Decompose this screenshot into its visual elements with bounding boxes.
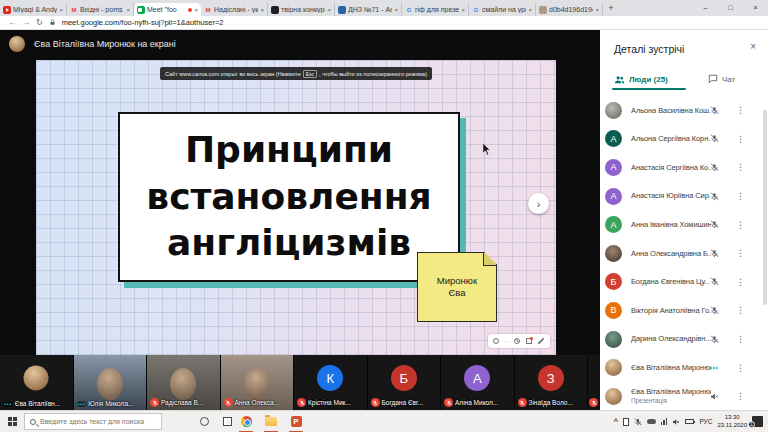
tab-close-icon[interactable]: ×	[394, 7, 398, 13]
video-tile-radislava[interactable]: Радіслава В...	[147, 355, 221, 410]
tab-gmail-inbox[interactable]: M Вхідні - poms ×	[67, 3, 134, 16]
mic-muted-icon[interactable]	[707, 220, 721, 229]
tab-youtube[interactable]: Miyagi & Andy ×	[0, 3, 67, 16]
search-input[interactable]	[40, 418, 156, 425]
video-tile-bogdana[interactable]: Б Богдана Євг...	[368, 355, 442, 410]
more-options-icon[interactable]: ⋮	[736, 277, 745, 287]
tab-chat[interactable]: Чат	[708, 74, 735, 84]
task-view-icon[interactable]	[223, 417, 232, 426]
mic-muted-icon[interactable]	[707, 335, 721, 344]
tab-close-icon[interactable]: ×	[59, 7, 63, 13]
canva-toolbar: ⋯	[488, 334, 550, 348]
tab-title: Miyagi & Andy	[13, 6, 57, 13]
mic-tray-icon[interactable]	[634, 418, 642, 426]
volume-tray-icon[interactable]	[672, 418, 680, 426]
laser-icon[interactable]	[514, 338, 520, 344]
cloud-tray-icon[interactable]	[647, 419, 656, 424]
participant-name: Анастасія Сергіївна Ко...	[631, 163, 711, 172]
taskbar-powerpoint[interactable]: P	[285, 411, 307, 432]
next-slide-button[interactable]: ›	[528, 193, 549, 214]
action-center-icon[interactable]: 1	[752, 416, 763, 427]
tab-meet-active[interactable]: Meet "foo ×	[134, 3, 201, 16]
fullscreen-icon[interactable]	[526, 338, 532, 344]
tab-close-icon[interactable]: ×	[595, 7, 599, 13]
presenter-name: Єва Віталіївна Миронюк на екрані	[34, 39, 176, 49]
pages-icon[interactable]: ⋯	[504, 338, 509, 344]
notification-count-badge: 1	[748, 421, 755, 428]
more-options-icon[interactable]: ⋮	[736, 391, 745, 401]
video-tile-kristina[interactable]: К Крістіна Мик...	[294, 355, 368, 410]
tab-google-search-1[interactable]: G гіф для презе ×	[402, 3, 469, 16]
video-tile-eva[interactable]: ••• Єва Віталіївн...	[0, 355, 74, 410]
video-tile-zinaida[interactable]: З Зінаїда Воло...	[515, 355, 589, 410]
scrollbar[interactable]	[763, 110, 767, 305]
hidden-icons-chevron[interactable]: ^	[614, 418, 618, 425]
tab-close-icon[interactable]: ×	[327, 7, 331, 13]
network-tray-icon[interactable]	[661, 418, 668, 425]
browser-tab-strip: Miyagi & Andy × M Вхідні - poms × Meet "…	[0, 0, 768, 16]
participant-name: Дарина Олександрівн...	[631, 334, 711, 343]
new-tab-button[interactable]: +	[603, 3, 619, 13]
timer-icon[interactable]	[493, 338, 499, 344]
mic-muted-icon[interactable]	[707, 306, 721, 315]
avatar-letter: Б	[391, 365, 417, 391]
webcam-video	[170, 368, 196, 400]
close-panel-icon[interactable]: ×	[750, 41, 756, 52]
more-options-icon[interactable]: ⋮	[736, 162, 745, 172]
more-options-icon[interactable]: ⋮	[736, 105, 745, 115]
more-options-icon[interactable]: ⋮	[736, 191, 745, 201]
minimize-button[interactable]: –	[693, 0, 718, 14]
more-options-icon[interactable]: ⋮	[736, 363, 745, 373]
tab-close-icon[interactable]: ×	[126, 7, 130, 13]
start-button[interactable]	[0, 411, 24, 432]
participant-row: Б Богдана Євгенівна Цу... ⋮	[600, 268, 768, 297]
video-tile-anna[interactable]: Анна Олекса...	[221, 355, 295, 410]
document-icon	[271, 6, 279, 14]
taskbar-chrome[interactable]	[235, 411, 257, 432]
tab-close-icon[interactable]: ×	[194, 7, 198, 13]
more-options-icon[interactable]: ⋮	[736, 305, 745, 315]
forward-button[interactable]: →	[22, 18, 30, 27]
tab-close-icon[interactable]: ×	[461, 7, 465, 13]
tab-close-icon[interactable]: ×	[260, 7, 264, 13]
mic-muted-icon[interactable]	[707, 277, 721, 286]
maximize-button[interactable]: □	[718, 0, 743, 14]
participant-name: Єва Віталіївна Миронюк	[631, 363, 711, 372]
tab-doc-black[interactable]: твірна конкурс ×	[268, 3, 335, 16]
clock[interactable]: 13:30 23.11.2020	[717, 414, 747, 429]
tab-close-icon[interactable]: ×	[528, 7, 532, 13]
reload-button[interactable]: ↻	[36, 18, 43, 27]
tab-image[interactable]: d0b4d196d194 ×	[536, 3, 603, 16]
volume-muted-icon[interactable]	[707, 392, 721, 401]
url-field[interactable]: meet.google.com/foo-nyfh-suj?pli=1&authu…	[62, 18, 224, 27]
close-window-button[interactable]: ×	[743, 0, 768, 14]
tile-name-row: Крістіна Мик...	[297, 398, 351, 407]
mic-muted-icon[interactable]	[707, 134, 721, 143]
taskbar-search[interactable]	[24, 413, 162, 430]
participant-row: Дарина Олександрівн... ⋮	[600, 325, 768, 354]
tab-gmail-sent[interactable]: M Надіслані - ук ×	[201, 3, 268, 16]
participant-name: Вікторія Анатоліївна Го...	[631, 306, 711, 315]
tab-doc-blue[interactable]: ДНЗ №71 - Ан ×	[335, 3, 402, 16]
more-options-icon[interactable]: ⋮	[736, 334, 745, 344]
language-indicator[interactable]: РУС	[699, 418, 712, 425]
video-tile-alina[interactable]: А Аліна Микол...	[441, 355, 515, 410]
video-tile-yulia[interactable]: ••• Юлія Микола...	[74, 355, 148, 410]
participant-name: Анна Олександрівна Б...	[631, 249, 711, 258]
mic-muted-icon[interactable]	[707, 106, 721, 115]
more-options-icon[interactable]: ⋮	[736, 134, 745, 144]
taskbar-explorer[interactable]	[260, 411, 282, 432]
tab-google-search-2[interactable]: G смайли на уро ×	[469, 3, 536, 16]
back-button[interactable]: ←	[8, 18, 16, 27]
tab-people[interactable]: Люди (25)	[614, 74, 668, 85]
mic-muted-icon[interactable]	[707, 192, 721, 201]
clipboard-tray-icon[interactable]	[623, 418, 629, 426]
mic-muted-icon[interactable]	[707, 249, 721, 258]
video-tile-partial[interactable]	[588, 355, 600, 410]
cortana-icon[interactable]	[200, 417, 209, 426]
more-options-icon[interactable]: ⋮	[736, 248, 745, 258]
mic-muted-icon[interactable]	[707, 163, 721, 172]
more-options-icon[interactable]: ⋮	[736, 220, 745, 230]
pencil-icon[interactable]	[537, 337, 544, 344]
battery-tray-icon[interactable]	[685, 419, 694, 424]
